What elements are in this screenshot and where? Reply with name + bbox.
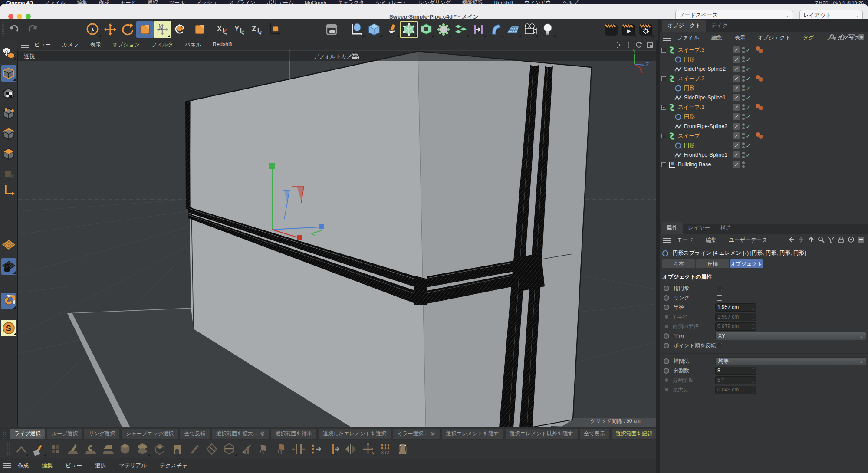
selection-command-button[interactable]: ミラー選択... (393, 429, 440, 439)
fold-tool-button[interactable] (13, 441, 29, 457)
keyframe-dot-icon[interactable] (664, 368, 669, 374)
keyframe-dot-icon[interactable] (664, 305, 669, 310)
up-arrow-icon[interactable] (808, 236, 815, 243)
object-name[interactable]: 円形 (684, 85, 695, 92)
enabled-check-icon[interactable]: ✓ (746, 114, 751, 120)
bottom-menu-item[interactable]: テクスチャ (153, 462, 194, 470)
toolbar-grip[interactable] (1, 22, 5, 37)
object-manager-tab[interactable]: オブジェクト (662, 20, 706, 32)
coord-system-button[interactable] (266, 21, 283, 38)
zoom-view-icon[interactable] (625, 41, 632, 49)
collapse-tool-button[interactable] (256, 441, 272, 457)
visibility-dots[interactable] (742, 104, 745, 110)
selection-command-button[interactable]: 選択範囲を縮小 (271, 429, 316, 439)
bevel-tool-button[interactable] (117, 441, 133, 457)
macos-menu-item[interactable]: レンダリング (419, 0, 451, 4)
object-row[interactable]: 円形✓ (660, 141, 868, 150)
viewport-menu-icon[interactable] (21, 43, 29, 48)
render-view-button[interactable] (602, 21, 620, 38)
object-name[interactable]: スイープ.1 (678, 104, 704, 111)
points-mode-button[interactable] (1, 105, 16, 122)
macos-menu-item[interactable]: ヘルプ (562, 0, 579, 4)
bottom-menu-item[interactable]: 選択 (89, 462, 112, 470)
edit-enable-icon[interactable] (733, 85, 740, 92)
undo-button[interactable] (6, 21, 23, 38)
object-name[interactable]: SidePipe-Spline2 (684, 66, 726, 72)
macos-menu-item[interactable]: スプライン (229, 0, 255, 4)
tag-icons[interactable] (754, 103, 766, 112)
object-row[interactable]: SidePipe-Spline1✓ (660, 93, 868, 102)
object-manager-menu-item[interactable]: オブジェクト (751, 34, 797, 42)
keyframe-dot-icon[interactable] (664, 358, 669, 364)
selection-command-button[interactable]: 選択エレメント以外を隠す (506, 429, 578, 439)
home-icon[interactable] (839, 34, 845, 40)
bottom-menu-item[interactable]: 作成 (11, 462, 35, 470)
knife-line-tool-button[interactable] (186, 441, 203, 457)
object-name[interactable]: SidePipe-Spline1 (684, 95, 726, 101)
edit-enable-icon[interactable] (733, 151, 740, 158)
tag-icons[interactable] (754, 75, 766, 84)
stitch-tool-button[interactable] (395, 441, 411, 457)
visibility-dots[interactable] (742, 152, 745, 158)
selection-command-button[interactable]: 選択範囲を拡大... (212, 429, 269, 439)
selection-command-button[interactable]: 全て反転 (180, 429, 210, 439)
magnet-mesh-tool-button[interactable] (82, 441, 99, 457)
matrix-extrude-tool-button[interactable] (169, 441, 185, 457)
z-lock-button[interactable]: Z (248, 21, 266, 38)
spline-boole-button[interactable] (470, 21, 487, 38)
number-field[interactable]: 5 °⌃⌄ (715, 376, 756, 384)
collapse-icon[interactable]: − (661, 105, 666, 110)
visibility-dots[interactable] (742, 95, 745, 101)
light-button[interactable] (539, 21, 556, 38)
macos-menu-item[interactable]: 作成 (99, 0, 109, 4)
live-selection-button[interactable] (84, 21, 102, 38)
enabled-check-icon[interactable]: ✓ (746, 104, 751, 111)
enabled-check-icon[interactable]: ✓ (746, 123, 751, 130)
loop-cut-tool-button[interactable] (221, 441, 237, 457)
enabled-check-icon[interactable]: ✓ (746, 133, 751, 139)
macos-menu-item[interactable]: メッシュ (196, 0, 217, 4)
macos-menu-item[interactable]: Redshift (494, 0, 513, 4)
section-tab-座標[interactable]: 座標 (696, 259, 729, 268)
object-manager-menu-icon[interactable] (663, 36, 671, 41)
search-icon[interactable] (829, 34, 836, 40)
enabled-check-icon[interactable]: ✓ (746, 47, 751, 53)
selection-command-button[interactable]: 全て表示 (580, 429, 609, 439)
object-row[interactable]: 円形✓ (660, 83, 868, 93)
edit-enable-icon[interactable] (733, 123, 740, 130)
enabled-check-icon[interactable]: ✓ (746, 142, 751, 149)
snap-button[interactable] (1, 293, 16, 309)
toggle-view-icon[interactable] (646, 41, 654, 49)
selection-command-button[interactable]: 選択範囲を記録 (612, 429, 657, 439)
visibility-dots[interactable] (742, 161, 745, 168)
visibility-dots[interactable] (742, 76, 745, 82)
filter-icon[interactable] (828, 236, 835, 243)
add-object-icon[interactable] (858, 34, 865, 40)
visibility-dots[interactable] (742, 133, 745, 139)
quantize-button[interactable]: S (1, 320, 16, 336)
number-field[interactable]: 0.979 cm⌃⌄ (715, 322, 756, 331)
extrude-mesh-tool-button[interactable] (134, 441, 151, 457)
redo-button[interactable] (23, 21, 41, 38)
number-field[interactable]: 1.957 cm⌃⌄ (715, 313, 756, 321)
tag-icons[interactable] (754, 132, 766, 141)
object-manager-menu-item[interactable]: 表示 (728, 34, 751, 42)
edit-enable-icon[interactable] (733, 46, 740, 53)
viewport-menu-item[interactable]: フィルタ (145, 41, 179, 49)
spread-tool-button[interactable] (308, 441, 324, 457)
object-row[interactable]: +Building Base (660, 160, 868, 169)
keyframe-dot-icon[interactable] (664, 343, 669, 348)
object-row[interactable]: SidePipe-Spline2✓ (660, 64, 868, 74)
weld-tool-button[interactable] (238, 441, 255, 457)
macos-menu-item[interactable]: ボリューム (267, 0, 293, 4)
selection-command-button[interactable]: 選択エレメントを隠す (442, 429, 503, 439)
keyframe-dot-icon[interactable] (664, 295, 669, 301)
split-edge-tool-button[interactable] (325, 441, 342, 457)
visibility-dots[interactable] (742, 56, 745, 62)
rotate-button[interactable] (119, 21, 136, 38)
move-button[interactable] (102, 21, 119, 38)
macos-menu-item[interactable]: MoGraph (305, 0, 326, 4)
edit-enable-icon[interactable] (733, 94, 740, 101)
collapse-icon[interactable]: − (661, 76, 666, 81)
section-tab-基本[interactable]: 基本 (662, 259, 695, 268)
